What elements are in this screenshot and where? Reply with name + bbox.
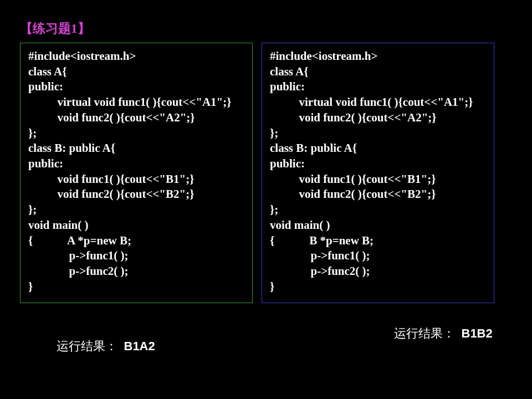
code-line: p->func1( );	[270, 248, 486, 264]
code-line: #include<iostream.h>	[28, 49, 244, 64]
code-line: class B: public A{	[270, 141, 486, 156]
code-line: { A *p=new B;	[28, 233, 244, 249]
result-label-right: 运行结果：	[394, 326, 455, 340]
result-left: 运行结果： B1A2	[57, 338, 155, 355]
code-line: public:	[28, 79, 244, 95]
code-line: };	[28, 202, 244, 218]
code-line: };	[270, 202, 486, 218]
code-line: p->func1( );	[28, 248, 244, 264]
code-box-right: #include<iostream.h>class A{public: virt…	[262, 43, 494, 303]
code-line: };	[28, 126, 244, 141]
code-line: public:	[270, 79, 486, 95]
code-line: void main( )	[28, 218, 244, 233]
code-line: public:	[28, 156, 244, 172]
code-line: void func2( ){cout<<"B2";}	[28, 187, 244, 202]
code-line: void main( )	[270, 218, 486, 233]
code-line: };	[270, 126, 486, 141]
code-line: class B: public A{	[28, 141, 244, 156]
exercise-title: 【练习题1】	[20, 20, 512, 37]
code-line: public:	[270, 156, 486, 172]
code-line: #include<iostream.h>	[270, 49, 486, 64]
result-value-right: B1B2	[462, 326, 493, 340]
code-line: }	[28, 279, 244, 295]
code-line: virtual void func1( ){cout<<"A1";}	[270, 95, 486, 110]
code-line: class A{	[270, 64, 486, 80]
result-label-left: 运行结果：	[57, 339, 117, 353]
slide-container: 【练习题1】 #include<iostream.h>class A{publi…	[0, 0, 532, 325]
code-line: }	[270, 279, 486, 295]
code-line: void func2( ){cout<<"A2";}	[270, 110, 486, 126]
result-right: 运行结果： B1B2	[394, 325, 493, 342]
code-line: p->func2( );	[28, 264, 244, 279]
code-line: class A{	[28, 64, 244, 80]
code-line: void func2( ){cout<<"B2";}	[270, 187, 486, 202]
code-columns: #include<iostream.h>class A{public: virt…	[20, 43, 512, 303]
code-line: void func1( ){cout<<"B1";}	[28, 172, 244, 187]
code-box-left: #include<iostream.h>class A{public: virt…	[20, 43, 253, 303]
code-line: virtual void func1( ){cout<<"A1";}	[28, 95, 244, 110]
code-line: void func2( ){cout<<"A2";}	[28, 110, 244, 126]
code-line: { B *p=new B;	[270, 233, 486, 249]
result-value-left: B1A2	[124, 339, 155, 353]
code-line: p->func2( );	[270, 264, 486, 279]
code-line: void func1( ){cout<<"B1";}	[270, 172, 486, 187]
